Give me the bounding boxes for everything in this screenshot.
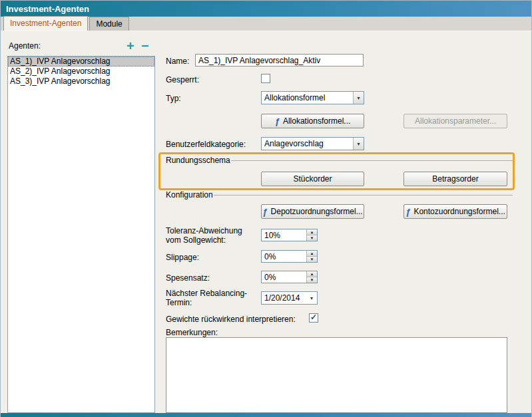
list-item-agent-3[interactable]: AS_3)_IVP Anlagevorschlag bbox=[8, 76, 154, 86]
toleranz-value[interactable]: 10% bbox=[262, 229, 306, 241]
gesperrt-label: Gesperrt: bbox=[166, 75, 199, 84]
gewichte-label: Gewichte rückwirkend interpretieren: bbox=[166, 315, 296, 324]
stueckorder-button-label: Stückorder bbox=[293, 174, 332, 184]
allokationsparameter-button-label: Allokationsparameter... bbox=[415, 116, 496, 126]
slippage-spinner[interactable]: 0% ▲ ▼ bbox=[261, 250, 318, 263]
allokationsformel-button[interactable]: ƒ Allokationsformel... bbox=[261, 114, 364, 128]
agents-list-label: Agenten: bbox=[9, 41, 41, 51]
konfiguration-group-line bbox=[214, 195, 513, 196]
tab-module[interactable]: Module bbox=[89, 17, 129, 31]
gesperrt-checkbox[interactable]: ✓ bbox=[261, 74, 270, 83]
tab-investment-agenten[interactable]: Investment-Agenten bbox=[3, 16, 88, 31]
typ-value: Allokationsformel bbox=[262, 92, 353, 104]
typ-label: Typ: bbox=[166, 94, 181, 103]
stueckorder-button[interactable]: Stückorder bbox=[261, 172, 364, 186]
formula-icon: ƒ bbox=[405, 207, 410, 217]
chevron-down-icon[interactable]: ▾ bbox=[306, 292, 317, 304]
typ-dropdown[interactable]: Allokationsformel ▾ bbox=[261, 91, 364, 104]
spinner-down-icon[interactable]: ▼ bbox=[307, 277, 317, 283]
name-input[interactable] bbox=[195, 54, 364, 67]
name-label: Name: bbox=[166, 57, 189, 66]
betragsorder-button[interactable]: Betragsorder bbox=[403, 172, 507, 186]
toleranz-label: Toleranz-Abweichung vom Sollgewicht: bbox=[166, 226, 259, 245]
toleranz-spinner[interactable]: 10% ▲ ▼ bbox=[261, 229, 318, 241]
agents-listbox: AS_1)_IVP Anlagevorschlag AS_2)_IVP Anla… bbox=[7, 56, 155, 413]
list-item-agent-1[interactable]: AS_1)_IVP Anlagevorschlag bbox=[8, 57, 154, 67]
kontozuordnungsformel-button[interactable]: ƒ Kontozuordnungsformel... bbox=[403, 204, 507, 219]
rebalancing-label: Nächster Rebalancing-Termin: bbox=[166, 289, 259, 307]
slippage-value[interactable]: 0% bbox=[262, 251, 306, 262]
slippage-label: Slippage: bbox=[166, 253, 199, 262]
window-bottom-bar bbox=[1, 413, 531, 417]
allokationsparameter-button[interactable]: Allokationsparameter... bbox=[403, 114, 507, 128]
spesensatz-label: Spesensatz: bbox=[166, 273, 210, 283]
spinner-buttons: ▲ ▼ bbox=[306, 251, 317, 262]
tab-bar: Investment-Agenten Module bbox=[1, 17, 531, 31]
rundungsschema-group-line bbox=[231, 160, 513, 161]
spinner-up-icon[interactable]: ▲ bbox=[307, 271, 317, 277]
allokationsformel-button-label: Allokationsformel... bbox=[283, 116, 350, 126]
spinner-buttons: ▲ ▼ bbox=[306, 229, 317, 241]
minus-icon[interactable]: − bbox=[141, 39, 149, 54]
benutzerfeldkategorie-label: Benutzerfeldkategorie: bbox=[166, 140, 246, 149]
rundungsschema-group-label: Rundungsschema bbox=[166, 156, 230, 165]
list-item-agent-2[interactable]: AS_2)_IVP Anlagevorschlag bbox=[8, 67, 154, 76]
spesensatz-spinner[interactable]: 0% ▲ ▼ bbox=[261, 271, 318, 283]
window-titlebar: Investment-Agenten bbox=[1, 1, 531, 17]
spesensatz-value[interactable]: 0% bbox=[262, 271, 306, 283]
spinner-up-icon[interactable]: ▲ bbox=[307, 229, 317, 235]
benutzerfeldkategorie-dropdown[interactable]: Anlagevorschlag ▾ bbox=[261, 137, 364, 150]
spinner-down-icon[interactable]: ▼ bbox=[307, 256, 317, 262]
depotzuordnungsformel-button-label: Depotzuordnungsformel... bbox=[271, 207, 363, 216]
window-title: Investment-Agenten bbox=[6, 4, 89, 14]
betragsorder-button-label: Betragsorder bbox=[432, 174, 478, 184]
chevron-down-icon[interactable]: ▾ bbox=[353, 138, 364, 150]
spinner-buttons: ▲ ▼ bbox=[306, 271, 317, 283]
chevron-down-icon[interactable]: ▾ bbox=[353, 92, 364, 104]
check-icon: ✓ bbox=[310, 314, 318, 321]
depotzuordnungsformel-button[interactable]: ƒ Depotzuordnungsformel... bbox=[261, 204, 364, 219]
kontozuordnungsformel-button-label: Kontozuordnungsformel... bbox=[413, 207, 505, 216]
bemerkungen-label: Bemerkungen: bbox=[166, 328, 218, 337]
bemerkungen-textarea[interactable] bbox=[166, 337, 507, 413]
spinner-down-icon[interactable]: ▼ bbox=[307, 235, 317, 241]
plus-icon[interactable]: + bbox=[127, 39, 134, 54]
rebalancing-date-dropdown[interactable]: 1/20/2014 ▾ bbox=[261, 291, 318, 305]
formula-icon: ƒ bbox=[262, 207, 267, 217]
benutzerfeldkategorie-value: Anlagevorschlag bbox=[262, 138, 353, 150]
gewichte-checkbox[interactable]: ✓ bbox=[309, 313, 318, 323]
formula-icon: ƒ bbox=[275, 116, 280, 126]
spinner-up-icon[interactable]: ▲ bbox=[307, 251, 317, 256]
konfiguration-group-label: Konfiguration bbox=[166, 190, 213, 200]
investment-agenten-window: Investment-Agenten Investment-Agenten Mo… bbox=[0, 0, 532, 417]
rebalancing-date-value: 1/20/2014 bbox=[262, 292, 306, 304]
